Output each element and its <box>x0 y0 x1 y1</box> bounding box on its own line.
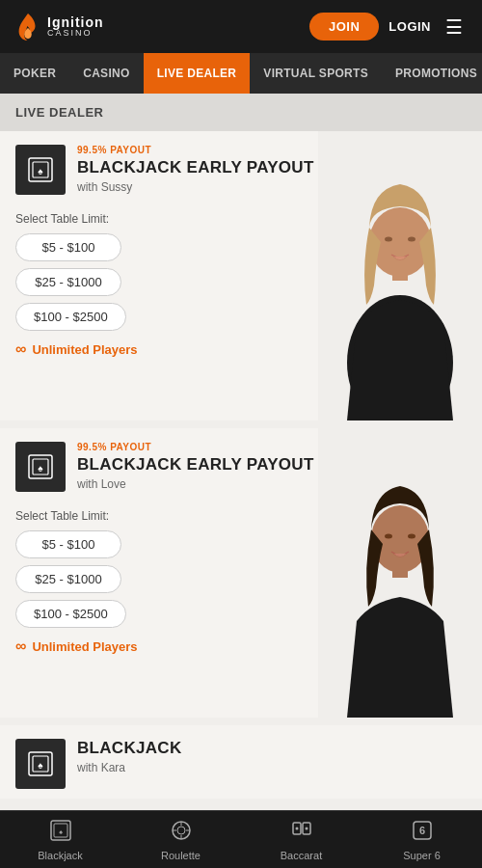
logo-text: Ignition CASINO <box>47 15 104 38</box>
limit-buttons-1: $5 - $100 $25 - $1000 $100 - $2500 <box>15 233 216 331</box>
nav-item-live-dealer[interactable]: LIVE DEALER <box>144 53 251 94</box>
limit-btn-2-1[interactable]: $25 - $1000 <box>15 565 121 593</box>
bottom-nav-roulette[interactable]: Roulette <box>120 811 241 868</box>
hamburger-icon[interactable]: ☰ <box>441 14 468 41</box>
svg-text:♠: ♠ <box>38 760 43 771</box>
infinity-icon-2: ∞ <box>15 637 26 655</box>
svg-text:♠: ♠ <box>38 166 43 176</box>
section-title: LIVE DEALER <box>0 94 482 131</box>
limit-btn-2-0[interactable]: $5 - $100 <box>15 530 121 558</box>
card-icon-1: ♠ <box>15 145 66 195</box>
blackjack-icon-3: ♠ <box>25 748 56 779</box>
roulette-nav-icon <box>170 819 193 847</box>
card-icon-2: ♠ <box>15 442 66 492</box>
bottom-nav-baccarat[interactable]: Baccarat <box>241 811 362 868</box>
svg-point-24 <box>177 827 185 834</box>
svg-point-15 <box>385 534 392 539</box>
infinity-icon-1: ∞ <box>15 340 26 358</box>
content-area: LIVE DEALER ♠ 99.5% PAYOUT BLACKJACK EAR… <box>0 94 482 861</box>
svg-text:♠: ♠ <box>59 828 63 835</box>
svg-point-8 <box>408 237 415 242</box>
baccarat-nav-icon <box>290 819 313 847</box>
bottom-nav-blackjack-label: Blackjack <box>38 850 82 861</box>
game-card-1: ♠ 99.5% PAYOUT BLACKJACK EARLY PAYOUT wi… <box>0 131 482 420</box>
limit-btn-1-2[interactable]: $100 - $2500 <box>15 303 126 331</box>
dealer-image-1 <box>318 131 482 420</box>
bottom-nav: ♠ Blackjack Roulette Bacca <box>0 810 482 868</box>
logo-ignition: Ignition <box>47 15 104 29</box>
svg-point-31 <box>295 827 298 829</box>
card-body-2: Select Table Limit: $5 - $100 $25 - $100… <box>0 502 231 670</box>
unlimited-1: ∞ Unlimited Players <box>15 340 216 358</box>
super6-nav-icon: 6 <box>411 819 434 847</box>
game-card-3: ♠ BLACKJACK with Kara <box>0 725 482 799</box>
svg-text:6: 6 <box>418 825 424 836</box>
join-button[interactable]: JOIN <box>309 13 379 41</box>
nav-item-casino[interactable]: CASINO <box>69 53 143 94</box>
header: Ignition CASINO JOIN LOGIN ☰ <box>0 0 482 53</box>
nav-item-poker[interactable]: POKER <box>0 53 69 94</box>
unlimited-label-2: Unlimited Players <box>32 639 137 654</box>
limit-label-1: Select Table Limit: <box>15 212 216 226</box>
svg-point-7 <box>385 237 392 242</box>
card-top-3: ♠ BLACKJACK with Kara <box>0 725 482 799</box>
card-info-3: BLACKJACK with Kara <box>77 739 467 774</box>
svg-point-14 <box>371 505 429 573</box>
blackjack-icon-2: ♠ <box>25 451 56 482</box>
game-card-2: ♠ 99.5% PAYOUT BLACKJACK EARLY PAYOUT wi… <box>0 428 482 718</box>
main-nav: POKER CASINO LIVE DEALER VIRTUAL SPORTS … <box>0 53 482 94</box>
nav-item-promotions[interactable]: PROMOTIONS <box>382 53 482 94</box>
limit-btn-1-1[interactable]: $25 - $1000 <box>15 268 121 296</box>
bottom-nav-roulette-label: Roulette <box>161 850 201 861</box>
dealer-name-3: with Kara <box>77 761 467 774</box>
logo: Ignition CASINO <box>14 12 104 42</box>
card-body-1: Select Table Limit: $5 - $100 $25 - $100… <box>0 204 231 373</box>
bottom-nav-baccarat-label: Baccarat <box>281 850 322 861</box>
blackjack-icon-1: ♠ <box>25 154 56 185</box>
header-actions: JOIN LOGIN ☰ <box>309 13 468 41</box>
flame-icon <box>14 12 41 42</box>
limit-label-2: Select Table Limit: <box>15 509 216 523</box>
bottom-nav-blackjack[interactable]: ♠ Blackjack <box>0 811 120 868</box>
unlimited-label-1: Unlimited Players <box>32 342 137 357</box>
card-icon-3: ♠ <box>15 739 66 789</box>
svg-point-32 <box>305 827 308 829</box>
svg-point-16 <box>408 534 415 539</box>
limit-btn-1-0[interactable]: $5 - $100 <box>15 233 121 261</box>
bottom-nav-super6[interactable]: 6 Super 6 <box>362 811 482 868</box>
game-title-3: BLACKJACK <box>77 739 467 758</box>
login-button[interactable]: LOGIN <box>388 19 431 34</box>
logo-casino: CASINO <box>47 29 104 38</box>
dealer-image-2 <box>318 428 482 718</box>
nav-item-virtual-sports[interactable]: VIRTUAL SPORTS <box>250 53 382 94</box>
unlimited-2: ∞ Unlimited Players <box>15 637 216 655</box>
svg-text:♠: ♠ <box>38 463 43 474</box>
limit-buttons-2: $5 - $100 $25 - $1000 $100 - $2500 <box>15 530 216 628</box>
bottom-nav-super6-label: Super 6 <box>403 850 441 861</box>
blackjack-nav-icon: ♠ <box>49 819 72 847</box>
limit-btn-2-2[interactable]: $100 - $2500 <box>15 600 126 628</box>
